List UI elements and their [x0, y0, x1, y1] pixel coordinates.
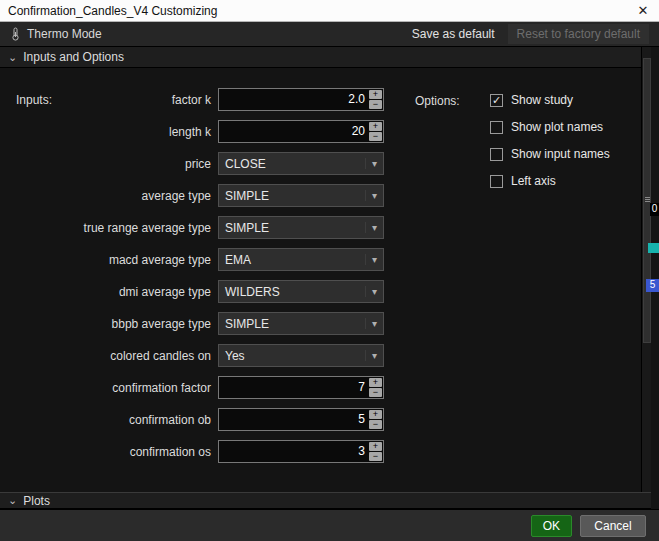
input-row-confirmation-factor: confirmation factor7+− [0, 376, 392, 399]
background-fragment-1 [648, 243, 659, 253]
number-field-length-k[interactable]: 20+− [218, 120, 384, 143]
dropdown-dmi-average-type[interactable]: WILDERS▾ [218, 280, 384, 303]
number-value: 7 [219, 377, 368, 398]
window-title: Confirmation_Candles_V4 Customizing [0, 4, 217, 18]
option-left-axis[interactable]: Left axis [490, 174, 610, 188]
toolbar-right: Save as default Reset to factory default [403, 24, 659, 44]
background-fragment-0: 0 [650, 203, 659, 216]
dropdown-value: WILDERS [219, 285, 365, 299]
scrollbar-grip-icon [645, 197, 650, 198]
input-row-average-type: average typeSIMPLE▾ [0, 184, 392, 207]
ok-button[interactable]: OK [531, 515, 572, 537]
caret-down-icon: ▾ [365, 190, 383, 201]
thermo-mode-button[interactable]: Thermo Mode [0, 27, 102, 41]
input-row-dmi-average-type: dmi average typeWILDERS▾ [0, 280, 392, 303]
number-value: 3 [219, 441, 368, 462]
spin-up-button[interactable]: + [369, 378, 382, 387]
dropdown-macd-average-type[interactable]: EMA▾ [218, 248, 384, 271]
titlebar: Confirmation_Candles_V4 Customizing ✕ [0, 0, 659, 22]
content-area: Inputs: factor k2.0+−length k20+−priceCL… [0, 68, 641, 492]
input-label: colored candles on [0, 349, 218, 363]
spin-down-button[interactable]: − [369, 420, 382, 429]
checkbox[interactable]: ✓ [490, 94, 503, 107]
dropdown-colored-candles-on[interactable]: Yes▾ [218, 344, 384, 367]
dropdown-true-range-average-type[interactable]: SIMPLE▾ [218, 216, 384, 239]
option-show-input-names[interactable]: Show input names [490, 147, 610, 161]
input-row-macd-average-type: macd average typeEMA▾ [0, 248, 392, 271]
number-field-confirmation-factor[interactable]: 7+− [218, 376, 384, 399]
close-icon[interactable]: ✕ [629, 0, 657, 21]
spin-up-button[interactable]: + [369, 442, 382, 451]
scrollbar-thumb[interactable] [643, 58, 651, 343]
options-list: ✓Show studyShow plot namesShow input nam… [490, 93, 610, 201]
input-row-price: priceCLOSE▾ [0, 152, 392, 175]
checkbox[interactable] [490, 148, 503, 161]
option-show-plot-names[interactable]: Show plot names [490, 120, 610, 134]
caret-down-icon: ▾ [365, 222, 383, 233]
caret-down-icon: ▾ [365, 158, 383, 169]
spin-up-button[interactable]: + [369, 122, 382, 131]
input-label: factor k [0, 93, 218, 107]
dropdown-average-type[interactable]: SIMPLE▾ [218, 184, 384, 207]
spinner: +− [368, 377, 383, 398]
footer-bar: OK Cancel [0, 509, 659, 541]
number-value: 2.0 [219, 89, 368, 110]
spin-down-button[interactable]: − [369, 100, 382, 109]
vertical-scrollbar[interactable]: ▾ [641, 47, 651, 509]
input-label: macd average type [0, 253, 218, 267]
input-label: bbpb average type [0, 317, 218, 331]
input-label: confirmation ob [0, 413, 218, 427]
number-field-confirmation-ob[interactable]: 5+− [218, 408, 384, 431]
caret-down-icon: ▾ [365, 318, 383, 329]
checkbox-label: Show plot names [511, 120, 603, 134]
number-value: 5 [219, 409, 368, 430]
spin-down-button[interactable]: − [369, 452, 382, 461]
dropdown-bbpb-average-type[interactable]: SIMPLE▾ [218, 312, 384, 335]
input-row-factor-k: factor k2.0+− [0, 88, 392, 111]
input-label: confirmation factor [0, 381, 218, 395]
thermometer-icon [10, 27, 21, 41]
input-label: true range average type [0, 221, 218, 235]
section-title: Plots [23, 494, 50, 508]
section-title: Inputs and Options [23, 50, 124, 64]
checkbox[interactable] [490, 121, 503, 134]
section-header-inputs-and-options[interactable]: ⌄ Inputs and Options [0, 47, 651, 68]
input-label: confirmation os [0, 445, 218, 459]
spin-down-button[interactable]: − [369, 388, 382, 397]
section-header-plots[interactable]: ⌄ Plots [0, 492, 651, 509]
dropdown-value: EMA [219, 253, 365, 267]
input-row-confirmation-ob: confirmation ob5+− [0, 408, 392, 431]
option-show-study[interactable]: ✓Show study [490, 93, 610, 107]
input-row-bbpb-average-type: bbpb average typeSIMPLE▾ [0, 312, 392, 335]
chevron-down-icon: ⌄ [8, 495, 17, 506]
save-as-default-button[interactable]: Save as default [403, 24, 504, 44]
input-row-colored-candles-on: colored candles onYes▾ [0, 344, 392, 367]
checkbox[interactable] [490, 175, 503, 188]
input-row-true-range-average-type: true range average typeSIMPLE▾ [0, 216, 392, 239]
thermo-mode-label: Thermo Mode [27, 27, 102, 41]
spinner: +− [368, 441, 383, 462]
dropdown-price[interactable]: CLOSE▾ [218, 152, 384, 175]
caret-down-icon: ▾ [365, 350, 383, 361]
inputs-rows: factor k2.0+−length k20+−priceCLOSE▾aver… [0, 88, 392, 472]
caret-down-icon: ▾ [365, 254, 383, 265]
input-row-confirmation-os: confirmation os3+− [0, 440, 392, 463]
number-field-factor-k[interactable]: 2.0+− [218, 88, 384, 111]
cancel-button[interactable]: Cancel [580, 515, 646, 537]
spinner: +− [368, 89, 383, 110]
spin-up-button[interactable]: + [369, 90, 382, 99]
dropdown-value: SIMPLE [219, 221, 365, 235]
number-field-confirmation-os[interactable]: 3+− [218, 440, 384, 463]
checkbox-label: Show study [511, 93, 573, 107]
spinner: +− [368, 121, 383, 142]
spin-down-button[interactable]: − [369, 132, 382, 141]
checkbox-label: Left axis [511, 174, 556, 188]
checkbox-label: Show input names [511, 147, 610, 161]
spin-up-button[interactable]: + [369, 410, 382, 419]
input-label: dmi average type [0, 285, 218, 299]
dropdown-value: SIMPLE [219, 317, 365, 331]
input-row-length-k: length k20+− [0, 120, 392, 143]
caret-down-icon: ▾ [365, 286, 383, 297]
number-value: 20 [219, 121, 368, 142]
background-fragment-2: 5 [646, 279, 659, 292]
